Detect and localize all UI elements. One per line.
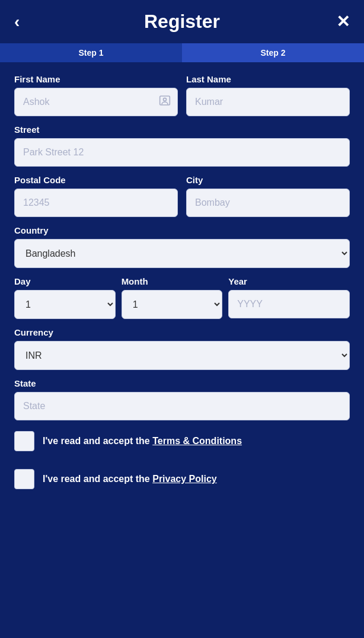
step-1[interactable]: Step 1: [0, 43, 182, 62]
back-button[interactable]: ‹: [14, 12, 20, 31]
header: ‹ Register ✕: [0, 0, 364, 43]
postal-city-row: Postal Code City: [14, 175, 350, 217]
step-2[interactable]: Step 2: [182, 43, 364, 62]
terms-link[interactable]: Terms & Conditions: [152, 436, 242, 446]
year-group: Year: [228, 276, 350, 319]
privacy-link[interactable]: Privacy Policy: [152, 474, 217, 484]
first-name-input[interactable]: [14, 88, 178, 116]
first-name-label: First Name: [14, 74, 178, 84]
privacy-label: I've read and accept the Privacy Policy: [43, 474, 217, 484]
privacy-checkbox[interactable]: [14, 469, 34, 489]
first-name-group: First Name: [14, 74, 178, 116]
month-label: Month: [122, 276, 223, 286]
day-select[interactable]: 1 2 3: [14, 290, 116, 319]
last-name-label: Last Name: [186, 74, 350, 84]
name-row: First Name Last Name: [14, 74, 350, 116]
state-label: State: [14, 378, 350, 388]
terms-checkbox[interactable]: [14, 431, 34, 451]
year-input[interactable]: [228, 290, 350, 318]
privacy-row: I've read and accept the Privacy Policy: [14, 467, 350, 492]
city-input[interactable]: [186, 189, 350, 217]
postal-code-label: Postal Code: [14, 175, 178, 185]
postal-code-group: Postal Code: [14, 175, 178, 217]
contact-icon: [159, 95, 171, 110]
terms-label: I've read and accept the Terms & Conditi…: [43, 436, 242, 446]
close-button[interactable]: ✕: [336, 12, 350, 31]
day-label: Day: [14, 276, 116, 286]
city-label: City: [186, 175, 350, 185]
country-select[interactable]: Bangladesh India Pakistan Sri Lanka: [14, 239, 350, 268]
year-label: Year: [228, 276, 350, 286]
street-label: Street: [14, 125, 350, 135]
city-group: City: [186, 175, 350, 217]
registration-form: First Name Last Name Street Po: [0, 62, 364, 516]
currency-label: Currency: [14, 327, 350, 337]
first-name-input-wrapper: [14, 88, 178, 116]
postal-code-input[interactable]: [14, 189, 178, 217]
street-input[interactable]: [14, 138, 350, 167]
currency-select[interactable]: INR USD EUR GBP: [14, 341, 350, 370]
state-group: State: [14, 378, 350, 420]
terms-row: I've read and accept the Terms & Conditi…: [14, 429, 350, 454]
state-input[interactable]: [14, 392, 350, 420]
month-group: Month 1 2 3: [122, 276, 223, 319]
steps-bar: Step 1 Step 2: [0, 43, 364, 62]
svg-point-1: [164, 98, 167, 101]
last-name-group: Last Name: [186, 74, 350, 116]
page-title: Register: [144, 11, 220, 33]
street-group: Street: [14, 125, 350, 167]
last-name-input[interactable]: [186, 88, 350, 116]
dob-row: Day 1 2 3 Month 1 2 3 Year: [14, 276, 350, 319]
country-label: Country: [14, 225, 350, 235]
month-select[interactable]: 1 2 3: [122, 290, 223, 319]
day-group: Day 1 2 3: [14, 276, 116, 319]
country-group: Country Bangladesh India Pakistan Sri La…: [14, 225, 350, 268]
currency-group: Currency INR USD EUR GBP: [14, 327, 350, 370]
